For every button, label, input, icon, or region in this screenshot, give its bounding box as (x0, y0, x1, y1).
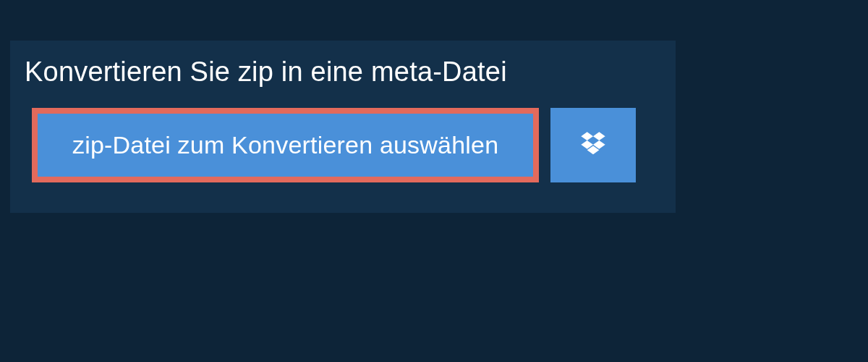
action-row: zip-Datei zum Konvertieren auswählen (10, 108, 676, 182)
dropbox-button[interactable] (550, 108, 636, 182)
select-file-button[interactable]: zip-Datei zum Konvertieren auswählen (32, 108, 539, 182)
converter-panel: Konvertieren Sie zip in eine meta-Datei … (10, 41, 676, 213)
dropbox-icon (579, 130, 608, 161)
select-file-label: zip-Datei zum Konvertieren auswählen (72, 131, 498, 159)
page-title: Konvertieren Sie zip in eine meta-Datei (10, 41, 676, 108)
